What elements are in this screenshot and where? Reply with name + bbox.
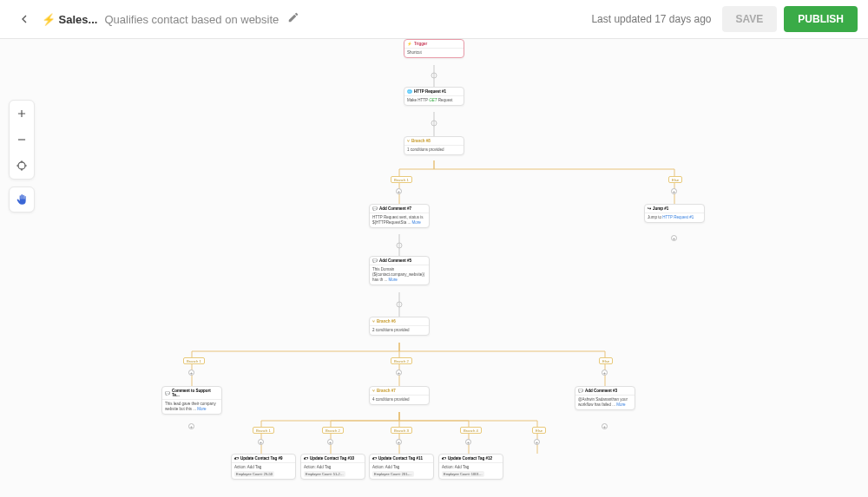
globe-icon: 🌐 — [407, 89, 412, 94]
workflow-title: ⚡ Sales... — [42, 13, 97, 26]
fit-view-button[interactable] — [10, 153, 34, 179]
add-step-button[interactable]: + — [534, 439, 540, 445]
comment-icon: 💬 — [165, 391, 170, 396]
save-button[interactable]: SAVE — [722, 6, 778, 32]
badge-branch-2: Branch 2 — [322, 427, 344, 434]
publish-button[interactable]: PUBLISH — [784, 6, 858, 32]
svg-point-6 — [397, 243, 402, 248]
add-step-button[interactable]: + — [258, 439, 264, 445]
svg-point-0 — [18, 162, 25, 169]
plus-icon — [16, 108, 28, 120]
badge-branch-1: Branch 1 — [391, 176, 412, 183]
zoom-toolbar — [9, 100, 35, 180]
minus-icon — [16, 134, 28, 146]
node-update-tag-11[interactable]: 🏷Update Contact Tag #11 Action: Add TagE… — [369, 454, 434, 480]
hand-icon — [16, 193, 28, 206]
add-step-button[interactable]: + — [188, 369, 194, 376]
comment-icon: 💬 — [578, 389, 583, 393]
tag-icon: 🏷 — [304, 456, 308, 461]
badge-else: Else — [668, 176, 682, 183]
zoom-out-button[interactable] — [10, 127, 34, 153]
crosshair-icon — [16, 160, 28, 172]
node-add-comment-5[interactable]: 💬Add Comment #5 This Domain (${contact.c… — [369, 256, 430, 285]
add-step-button[interactable]: + — [671, 235, 677, 241]
svg-point-4 — [431, 121, 437, 126]
add-step-button[interactable]: + — [671, 188, 677, 194]
node-add-comment-3[interactable]: 💬Add Comment #3 @Ashwin Sadananthan your… — [575, 386, 635, 410]
branch-icon: ⑂ — [372, 319, 375, 324]
branch-icon: ⑂ — [372, 389, 375, 393]
badge-branch-1: Branch 1 — [183, 357, 205, 364]
svg-point-8 — [397, 302, 402, 307]
workflow-subtitle: Qualifies contact based on website — [104, 13, 279, 26]
node-http-request-1[interactable]: 🌐HTTP Request #1 Make HTTP GET Request — [404, 87, 464, 106]
workflow-canvas[interactable]: ⚡Trigger Shortcut 🌐HTTP Request #1 Make … — [0, 39, 868, 497]
pencil-icon — [287, 11, 299, 23]
arrow-left-icon — [17, 12, 31, 26]
pan-tool-button[interactable] — [9, 186, 35, 213]
last-updated: Last updated 17 days ago — [591, 13, 711, 25]
tag-icon: 🏷 — [234, 456, 239, 461]
add-step-button[interactable]: + — [188, 423, 194, 429]
node-branch-6[interactable]: ⑂Branch #6 2 conditions provided — [369, 317, 430, 336]
node-comment-support[interactable]: 💬Comment to Support Te... This lead gave… — [161, 386, 222, 415]
bolt-icon: ⚡ — [407, 42, 412, 46]
svg-point-2 — [431, 73, 437, 78]
node-trigger[interactable]: ⚡Trigger Shortcut — [404, 39, 464, 58]
zoom-in-button[interactable] — [10, 101, 34, 127]
tag-icon: 🏷 — [372, 456, 377, 461]
badge-branch-3: Branch 3 — [391, 427, 412, 434]
badge-else: Else — [599, 357, 613, 364]
comment-icon: 💬 — [372, 206, 378, 211]
add-step-button[interactable]: + — [396, 369, 402, 376]
comment-icon: 💬 — [372, 258, 378, 263]
add-step-button[interactable]: + — [396, 439, 402, 445]
badge-branch-1: Branch 1 — [253, 427, 274, 434]
add-step-button[interactable]: + — [602, 423, 608, 429]
node-add-comment-7[interactable]: 💬Add Comment #7 HTTP Request sent, statu… — [369, 204, 430, 228]
node-update-tag-10[interactable]: 🏷Update Contact Tag #10 Action: Add TagE… — [300, 454, 365, 480]
add-step-button[interactable]: + — [602, 369, 608, 376]
tag-icon: 🏷 — [442, 456, 446, 461]
node-branch-8[interactable]: ⑂Branch #8 1 conditions provided — [404, 136, 464, 155]
jump-icon: ↪ — [648, 206, 651, 211]
add-step-button[interactable]: + — [396, 188, 402, 194]
badge-branch-2: Branch 2 — [391, 357, 412, 364]
node-update-tag-12[interactable]: 🏷Update Contact Tag #12 Action: Add TagE… — [438, 454, 503, 480]
add-step-button[interactable]: + — [465, 439, 471, 445]
node-jump-1[interactable]: ↪Jump #1 Jump to HTTP Request #1 — [644, 204, 705, 223]
add-step-button[interactable]: + — [327, 439, 333, 445]
back-button[interactable] — [10, 5, 38, 33]
branch-icon: ⑂ — [407, 139, 410, 143]
header: ⚡ Sales... Qualifies contact based on we… — [0, 0, 868, 39]
node-update-tag-9[interactable]: 🏷Update Contact Tag #9 Action: Add TagEm… — [231, 454, 296, 480]
edit-title-button[interactable] — [287, 11, 299, 27]
node-branch-7[interactable]: ⑂Branch #7 4 conditions provided — [369, 386, 430, 405]
badge-branch-4: Branch 4 — [460, 427, 482, 434]
badge-else: Else — [532, 427, 546, 434]
